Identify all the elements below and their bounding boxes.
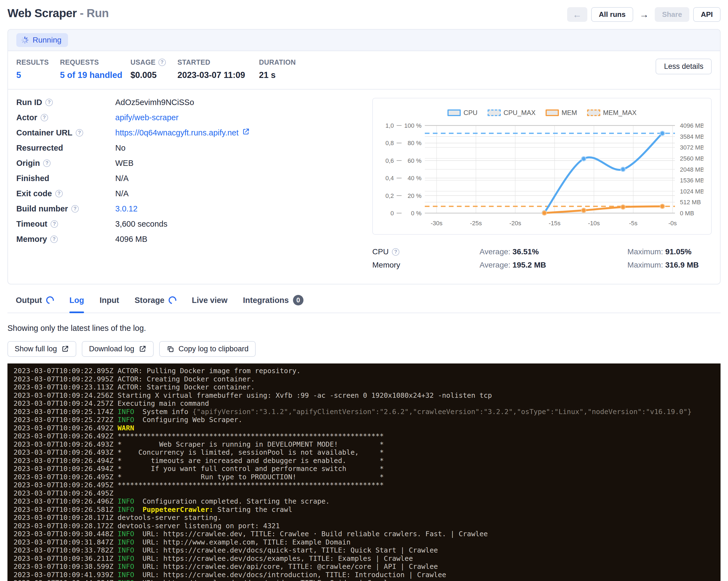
log-text: 2023-03-07T10:09:26.493Z * Concurrency i… — [14, 448, 384, 456]
help-icon — [45, 99, 53, 106]
detail-label-text: Run ID — [16, 98, 42, 107]
tab-input[interactable]: Input — [100, 295, 119, 313]
svg-text:80 %: 80 % — [408, 139, 421, 147]
show-full-log-button[interactable]: Show full log — [7, 341, 76, 357]
legend-label: MEM — [562, 109, 577, 117]
log-line: 2023-03-07T10:09:38.599Z INFO URL: https… — [14, 562, 721, 571]
log-line: 2023-03-07T10:09:26.494Z * timeouts are … — [14, 457, 721, 465]
status-badge: Running — [16, 33, 68, 47]
log-text: System info — [134, 408, 193, 416]
stat-value[interactable]: 5 — [16, 70, 60, 80]
log-info: INFO — [118, 538, 134, 546]
svg-text:2048 MB: 2048 MB — [680, 166, 703, 173]
log-terminal[interactable]: 2023-03-07T10:09:22.895Z ACTOR: Pulling … — [7, 364, 721, 581]
help-icon — [158, 59, 166, 66]
next-run-button[interactable]: → — [637, 7, 651, 22]
svg-text:-30s: -30s — [431, 220, 442, 227]
page-title-separator: - — [77, 7, 87, 20]
stat-label-text: RESULTS — [16, 58, 49, 66]
detail-label-text: Build number — [16, 204, 68, 213]
detail-value: AdOz5evimh9NCiSSo — [115, 98, 194, 107]
detail-value-text: 3,600 seconds — [115, 219, 167, 229]
stat-label: STARTED — [177, 58, 259, 66]
svg-text:-5s: -5s — [629, 220, 638, 227]
log-text: 2023-03-07T10:09:36.211Z — [14, 554, 118, 562]
log-line: 2023-03-07T10:09:30.448Z INFO URL: https… — [14, 530, 721, 538]
stat-label-text: STARTED — [177, 58, 210, 66]
log-text: 2023-03-07T10:09:41.939Z — [14, 571, 118, 579]
log-text: 2023-03-07T10:09:22.895Z ACTOR: Pulling … — [14, 367, 301, 375]
log-info: INFO — [118, 579, 134, 581]
stat-value: 2023-03-07 11:09 — [177, 70, 259, 80]
svg-text:60 %: 60 % — [408, 157, 421, 164]
usage-maximum: Maximum: 91.05% — [627, 247, 692, 256]
detail-value: WEB — [115, 159, 133, 168]
page-title-run: Run — [86, 7, 109, 20]
all-runs-button[interactable]: All runs — [591, 7, 633, 22]
stats-row: RESULTS5REQUESTS5 of 19 handledUSAGE$0.0… — [8, 51, 720, 89]
usage-line-chart: 1,00,80,60,40,20100 %80 %60 %40 %20 %0 %… — [381, 119, 703, 230]
detail-value-link[interactable]: apify/web-scraper — [115, 113, 179, 122]
tab-log[interactable]: Log — [69, 295, 84, 313]
usage-maximum-value: 91.05% — [665, 247, 692, 256]
tab-storage[interactable]: Storage — [135, 295, 176, 313]
download-log-button[interactable]: Download log — [82, 341, 154, 357]
log-text: URL: http://www.example.com, TITLE: Exam… — [134, 538, 351, 546]
log-text: 2023-03-07T10:09:26.494Z * timeouts are … — [14, 457, 384, 465]
stat-label-text: USAGE — [130, 58, 156, 66]
detail-label: Finished — [16, 174, 115, 183]
svg-text:1024 MB: 1024 MB — [680, 188, 703, 195]
tab-output[interactable]: Output — [16, 295, 54, 313]
log-text: 2023-03-07T10:09:33.782Z — [14, 546, 118, 554]
log-text: 2023-03-07T10:09:26.496Z — [14, 497, 118, 505]
svg-text:0,6: 0,6 — [385, 157, 394, 164]
usage-maximum-key: Maximum: — [627, 261, 665, 269]
svg-text:-20s: -20s — [510, 220, 521, 227]
log-line: 2023-03-07T10:09:26.496Z INFO Configurat… — [14, 497, 721, 505]
log-text: URL: https://crawlee.dev/docs/examples, … — [134, 554, 413, 562]
log-info: INFO — [118, 497, 134, 505]
usage-stats: CPUAverage: 36.51%Maximum: 91.05%MemoryA… — [372, 247, 712, 269]
legend-item-mem_max: MEM_MAX — [587, 109, 636, 117]
log-line: 2023-03-07T10:09:28.171Z devtools-server… — [14, 513, 721, 522]
arrow-right-icon: → — [639, 9, 649, 20]
api-button[interactable]: API — [693, 7, 721, 22]
svg-text:0,8: 0,8 — [385, 139, 394, 147]
log-text: 2023-03-07T10:09:26.493Z * Web Scraper i… — [14, 440, 384, 448]
detail-value-link[interactable]: 3.0.12 — [115, 204, 138, 213]
external-link-wrap[interactable] — [242, 128, 250, 138]
detail-row: Build number3.0.12 — [16, 204, 372, 214]
usage-average: Average: 195.2 MB — [479, 261, 627, 269]
help-icon — [43, 159, 51, 167]
detail-value-link[interactable]: https://0q64wnacgyft.runs.apify.net — [115, 128, 238, 137]
tab-live-view[interactable]: Live view — [192, 295, 228, 313]
chart-legend: CPUCPU_MAXMEMMEM_MAX — [381, 109, 703, 117]
download-log-label: Download log — [89, 345, 134, 353]
log-notice: Showing only the latest lines of the log… — [7, 324, 728, 333]
stat-value[interactable]: 5 of 19 handled — [60, 70, 130, 80]
log-text: 2023-03-07T10:09:26.492Z — [14, 424, 118, 432]
legend-item-cpu_max: CPU_MAX — [488, 109, 536, 117]
share-button[interactable]: Share — [655, 7, 689, 22]
external-link-icon — [242, 128, 250, 136]
log-text: 2023-03-07T10:09:24.256Z Starting X virt… — [14, 391, 492, 399]
tab-integrations[interactable]: Integrations0 — [243, 295, 304, 313]
run-tabs: OutputLogInputStorageLive viewIntegratio… — [7, 292, 721, 313]
log-line: 2023-03-07T10:09:26.493Z * Web Scraper i… — [14, 440, 721, 449]
help-icon — [50, 236, 58, 243]
usage-name-text: Memory — [372, 261, 400, 269]
log-line: 2023-03-07T10:09:24.256Z Starting X virt… — [14, 391, 721, 400]
detail-row: Timeout3,600 seconds — [16, 219, 372, 229]
loading-spinner-icon — [167, 295, 178, 306]
less-details-button[interactable]: Less details — [656, 59, 712, 74]
legend-swatch — [488, 109, 501, 116]
previous-run-button[interactable]: ← — [567, 7, 587, 22]
topbar: Web Scraper - Run ← All runs → Share API — [0, 0, 728, 22]
log-info: INFO — [118, 408, 134, 416]
detail-value: apify/web-scraper — [115, 113, 179, 122]
stat-duration: DURATION21 s — [259, 58, 296, 80]
help-icon — [51, 220, 58, 228]
status-label: Running — [33, 36, 61, 45]
detail-label-text: Finished — [16, 174, 49, 183]
copy-log-button[interactable]: Copy log to clipboard — [159, 341, 256, 357]
